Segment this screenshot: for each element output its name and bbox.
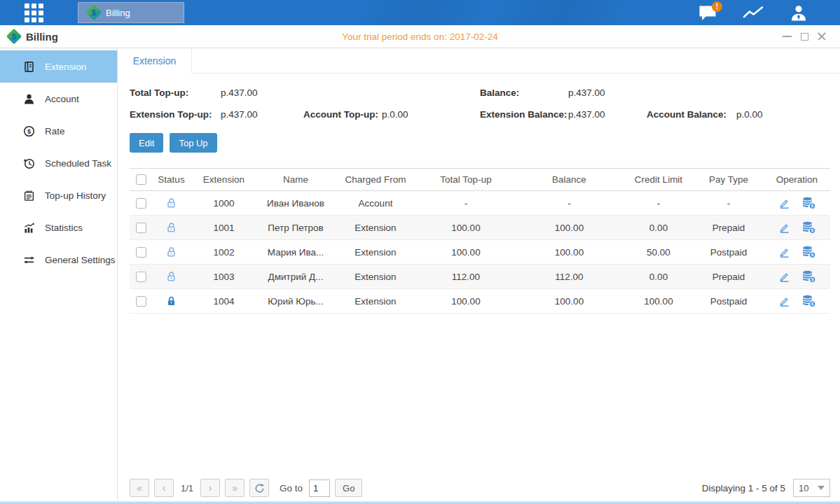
pagination-bar: « ‹ 1/1 › » Go to Go Displaying 1 - 5 of… <box>130 473 830 504</box>
page-size-value: 10 <box>799 483 808 493</box>
page-indicator: 1/1 <box>181 483 193 493</box>
app-grid-icon[interactable] <box>25 4 47 22</box>
select-all-checkbox[interactable] <box>136 174 146 185</box>
lock-open-icon <box>165 271 177 283</box>
notification-badge: ! <box>712 1 722 12</box>
cell-status <box>152 271 191 283</box>
cell-balance: 100.00 <box>515 296 624 307</box>
next-page-button[interactable]: › <box>200 479 220 497</box>
table-body: 1000Иван ИвановAccount----$1001Петр Петр… <box>130 191 830 314</box>
cell-credit-limit: 50.00 <box>624 247 694 258</box>
page-size-select[interactable]: 10 <box>793 479 830 497</box>
edit-row-icon[interactable] <box>778 197 790 209</box>
cell-status <box>152 246 191 258</box>
summary-panel: Total Top-up: p.437.00 Extension Top-up:… <box>130 82 830 125</box>
reports-button[interactable] <box>743 5 764 21</box>
row-checkbox[interactable] <box>136 198 146 209</box>
cell-pay-type: Prepaid <box>694 223 764 233</box>
account-balance-label: Account Balance: <box>647 109 736 120</box>
cell-extension: 1000 <box>191 198 257 209</box>
person-icon <box>23 93 36 105</box>
taskbar-item-billing[interactable]: $ Billing <box>78 2 184 23</box>
user-button[interactable] <box>790 5 808 21</box>
messages-button[interactable]: ! <box>698 5 717 21</box>
cell-status <box>152 295 191 307</box>
sliders-icon <box>23 254 36 266</box>
svg-text:$: $ <box>811 301 813 306</box>
trial-notice: Your trial period ends on: 2017-02-24 <box>342 31 497 42</box>
sidebar-item-scheduled-task[interactable]: Scheduled Task <box>0 147 117 179</box>
sidebar-item-label: Account <box>45 94 79 104</box>
top-up-row-icon[interactable]: $ <box>801 221 816 234</box>
table-row: 1000Иван ИвановAccount----$ <box>130 191 830 216</box>
column-header: Total Top-up <box>417 174 515 185</box>
cell-total-topup: - <box>417 198 515 209</box>
edit-row-icon[interactable] <box>778 222 790 234</box>
lock-open-icon <box>165 197 177 209</box>
column-header: Name <box>257 174 334 185</box>
goto-page-input[interactable] <box>309 479 330 497</box>
minimize-button[interactable] <box>783 36 792 37</box>
svg-text:$: $ <box>811 203 813 208</box>
cell-extension: 1004 <box>191 296 257 307</box>
sidebar-item-extension[interactable]: Extension <box>0 50 117 83</box>
refresh-button[interactable] <box>249 479 269 497</box>
edit-row-icon[interactable] <box>778 271 790 283</box>
prev-page-button[interactable]: ‹ <box>154 479 174 497</box>
row-checkbox[interactable] <box>136 247 146 258</box>
cell-pay-type: Postpaid <box>694 296 764 307</box>
row-checkbox[interactable] <box>136 296 146 307</box>
edit-row-icon[interactable] <box>778 246 790 258</box>
cell-charged-from: Extension <box>334 272 417 282</box>
top-up-row-icon[interactable]: $ <box>801 246 816 258</box>
history-icon <box>23 190 36 202</box>
go-button[interactable]: Go <box>335 479 362 497</box>
cell-balance: 112.00 <box>515 272 624 282</box>
sidebar-item-rate[interactable]: $Rate <box>0 115 117 147</box>
extension-balance-label: Extension Balance: <box>480 109 568 120</box>
svg-text:$: $ <box>811 252 813 257</box>
app-window: $ Billing ! $ Billing Your trial period … <box>0 0 840 504</box>
cell-operation: $ <box>764 246 830 258</box>
billing-window-icon: $ <box>6 29 22 45</box>
account-balance-value: p.0.00 <box>736 109 763 120</box>
edit-row-icon[interactable] <box>778 295 790 307</box>
rate-icon: $ <box>23 125 36 137</box>
first-page-button[interactable]: « <box>130 479 149 497</box>
last-page-button[interactable]: » <box>225 479 245 497</box>
sidebar-item-statistics[interactable]: Statistics <box>0 211 117 244</box>
lock-closed-icon <box>165 295 177 307</box>
maximize-button[interactable] <box>801 33 808 41</box>
top-up-row-icon[interactable]: $ <box>801 295 816 307</box>
column-header: Balance <box>515 174 624 185</box>
row-checkbox[interactable] <box>136 272 146 282</box>
lock-open-icon <box>165 222 177 234</box>
top-up-button[interactable]: Top Up <box>170 133 216 153</box>
total-topup-label: Total Top-up: <box>130 88 221 98</box>
cell-name: Юрий Юрь... <box>257 296 334 307</box>
cell-total-topup: 100.00 <box>417 223 515 233</box>
top-up-row-icon[interactable]: $ <box>801 197 816 209</box>
chevron-down-icon <box>818 486 825 490</box>
table-row: 1004Юрий Юрь...Extension100.00100.00100.… <box>130 289 830 314</box>
refresh-icon <box>254 483 265 493</box>
sidebar-item-top-up-history[interactable]: Top-up History <box>0 179 117 211</box>
cell-charged-from: Account <box>334 198 417 209</box>
cell-extension: 1003 <box>191 272 257 282</box>
cell-operation: $ <box>764 295 830 307</box>
sidebar-item-general-settings[interactable]: General Settings <box>0 244 117 276</box>
goto-label: Go to <box>280 483 303 493</box>
table-header: StatusExtensionNameCharged FromTotal Top… <box>130 168 830 191</box>
edit-button[interactable]: Edit <box>130 133 163 153</box>
close-button[interactable] <box>818 32 826 41</box>
cell-extension: 1002 <box>191 247 257 258</box>
cell-name: Мария Ива... <box>257 247 334 258</box>
cell-status <box>152 222 191 234</box>
top-up-row-icon[interactable]: $ <box>801 270 816 283</box>
sidebar-item-account[interactable]: Account <box>0 83 117 115</box>
balance-value: p.437.00 <box>568 88 605 98</box>
column-header: Status <box>152 174 191 185</box>
sidebar-item-label: Top-up History <box>45 190 106 201</box>
row-checkbox[interactable] <box>136 223 146 233</box>
tab-extension[interactable]: Extension <box>118 48 192 74</box>
